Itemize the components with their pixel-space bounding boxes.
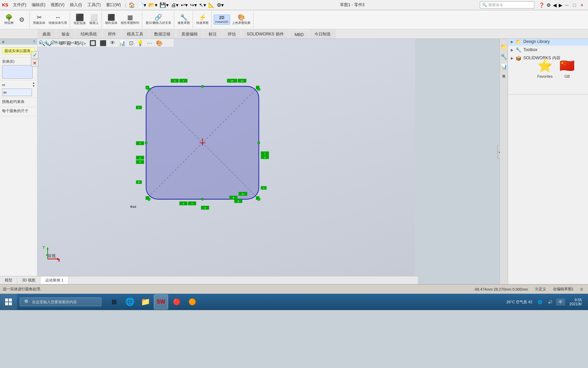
print-icon[interactable]: 🖨▾ xyxy=(170,2,180,8)
tab-model[interactable]: 模型 xyxy=(0,277,17,284)
tree-item-toolbox[interactable]: ▶ 🔧 Toolbox xyxy=(508,46,588,54)
search-box[interactable]: 🔍 搜索命令 xyxy=(480,1,534,9)
tab-3d-view[interactable]: 3D 视图 xyxy=(17,277,40,284)
sk-search-icon[interactable]: 🔍 xyxy=(37,40,46,47)
sketch-mini-toolbar: 🔍 🔎 ⊕ ⊞ ◁ ▷ 🔲 ⬛ 👁 📊 ⊡ 💡 ⋯ 🎨 xyxy=(37,39,412,47)
prev-icon[interactable]: ◀ xyxy=(552,2,558,8)
sk-light-icon[interactable]: 💡 xyxy=(136,40,145,47)
panel-help-icon[interactable]: ? xyxy=(33,40,35,44)
taskbar-search[interactable]: 🔍 在这里输入您要搜索的内容 xyxy=(20,297,101,306)
tab-surface[interactable]: 曲面 xyxy=(37,30,56,39)
tab-data-migration[interactable]: 数据迁移 xyxy=(149,30,176,39)
close-button[interactable]: × xyxy=(578,2,585,9)
offset-entity-btn[interactable]: ⬛等距实体 xyxy=(72,13,87,26)
repair-sketch-btn[interactable]: 🔧修复草图 xyxy=(176,14,191,26)
clabel-bot-11-text: 11 xyxy=(242,193,244,196)
language-button[interactable]: 中 xyxy=(556,298,565,306)
favorites-item[interactable]: ⭐ Favorites xyxy=(537,59,553,78)
help-icon[interactable]: ❓ xyxy=(538,2,545,8)
favorites-star-icon: ⭐ xyxy=(537,59,553,73)
settings2-icon[interactable]: ⚙ xyxy=(545,2,552,8)
tab-weld[interactable]: 焊件 xyxy=(103,30,121,39)
sk-fit-icon[interactable]: ⊞ xyxy=(66,40,72,47)
menu-window[interactable]: 窗口(W) xyxy=(103,1,124,9)
show-relation-btn[interactable]: 🔗显示/删除几何关系 xyxy=(144,14,173,26)
measure-icon[interactable]: 📐 xyxy=(207,2,216,8)
trim-entity-btn[interactable]: ✂剪裁实体 xyxy=(32,14,47,26)
tab-today-manufacturing[interactable]: 今日制造 xyxy=(309,30,336,39)
tab-motion-study[interactable]: 运动算例 1 xyxy=(40,277,68,284)
feature-tree-btn[interactable]: 🌳特征树 xyxy=(3,14,15,26)
check-confirm-btn[interactable]: ✓ xyxy=(31,51,38,59)
open-icon[interactable]: 📂▾ xyxy=(147,2,159,8)
tab-sheet-metal[interactable]: 钣金 xyxy=(56,30,75,39)
rp-side-chart[interactable]: 📊 xyxy=(500,62,508,71)
tab-mold[interactable]: 模具工具 xyxy=(122,30,148,39)
next-icon[interactable]: ▶ xyxy=(558,2,564,8)
rp-side-settings[interactable]: 🔧 xyxy=(500,52,508,61)
radius-input[interactable] xyxy=(2,89,32,96)
rp-side-list[interactable]: ≡ xyxy=(501,72,506,80)
tab-annotation[interactable]: 标注 xyxy=(203,30,222,39)
minimize-button[interactable]: ─ xyxy=(564,2,570,9)
sk-appearance-icon[interactable]: 🎨 xyxy=(155,40,164,47)
home-icon[interactable]: 🏠 xyxy=(128,2,136,8)
browser-icon[interactable]: 🌐 xyxy=(122,294,137,309)
clabel-r-1-text: 1 xyxy=(263,186,264,189)
tab-evaluate[interactable]: 评估 xyxy=(223,30,241,39)
convert-entity-btn[interactable]: ↔转换实体引用 xyxy=(47,14,68,26)
menu-edit[interactable]: 编辑(E) xyxy=(29,1,48,9)
gb-item[interactable]: 🇨🇳 GB xyxy=(559,59,575,78)
tree-icon-toolbox: 🔧 xyxy=(516,47,521,52)
sk-zoom2-icon[interactable]: ⊕ xyxy=(58,40,64,47)
sk-zoom-icon[interactable]: 🔎 xyxy=(48,40,56,47)
rp-side-folder[interactable]: 📁 xyxy=(500,43,508,51)
sk-next-icon[interactable]: ▷ xyxy=(81,40,87,47)
redo-icon[interactable]: ↪▾ xyxy=(189,2,198,8)
settings-icon[interactable]: ⚙▾ xyxy=(216,2,225,8)
sk-prev-icon[interactable]: ◁ xyxy=(74,40,80,47)
quick-sketch-btn[interactable]: ⚡快速草图 xyxy=(195,14,210,26)
taskview-btn[interactable]: ⊞ xyxy=(107,294,121,309)
close-cancel-btn[interactable]: ✕ xyxy=(31,59,38,67)
sk-grid-icon[interactable]: ⊡ xyxy=(128,40,134,47)
tab-mbd[interactable]: MBD xyxy=(290,31,309,39)
new-doc-icon[interactable]: 📄▾ xyxy=(136,2,147,8)
explorer-icon[interactable]: 📁 xyxy=(138,294,152,309)
linear-pattern-btn[interactable]: ▦线性草图阵列 xyxy=(119,14,141,26)
search-icon: 🔍 xyxy=(482,3,487,7)
menu-insert[interactable]: 插入(I) xyxy=(67,1,84,9)
acrobat-icon[interactable]: 🔴 xyxy=(169,294,184,309)
sk-more-icon[interactable]: ⋯ xyxy=(146,40,153,47)
maximize-button[interactable]: □ xyxy=(571,2,578,9)
other-icon[interactable]: 🟠 xyxy=(185,294,199,309)
mirror-entity-btn[interactable]: ⬛镜向实体 xyxy=(104,14,119,26)
entity-input-box[interactable] xyxy=(2,65,33,79)
canvas-viewport[interactable]: ⊥ 0 3 3 1 2 3 2 14 xyxy=(37,39,415,276)
tray-network-icon[interactable]: 🌐 xyxy=(536,299,544,305)
select-icon[interactable]: ↖▾ xyxy=(198,2,207,8)
tab-solidworks-plugins[interactable]: SOLIDWORKS 插件 xyxy=(242,30,289,39)
start-button[interactable] xyxy=(0,294,17,310)
tree-label-design: Design Library xyxy=(523,39,550,44)
menu-view[interactable]: 视图(V) xyxy=(48,1,67,9)
tray-volume-icon[interactable]: 🔊 xyxy=(546,299,555,305)
solidworks-icon[interactable]: SW xyxy=(154,294,168,309)
radius-section: m ▲▼ xyxy=(0,80,37,98)
dot-tl xyxy=(148,88,150,91)
tab-structure[interactable]: 结构系统 xyxy=(76,30,102,39)
menu-tools[interactable]: 工具(T) xyxy=(85,1,103,9)
undo-icon[interactable]: ↩▾ xyxy=(180,2,189,8)
menu-file[interactable]: 文件(F) xyxy=(10,1,29,9)
prop-manager-btn[interactable]: ⚙ xyxy=(16,16,28,24)
color-sketch-btn[interactable]: 🎨上色草图轮廓 xyxy=(231,14,252,26)
tab-direct-edit[interactable]: 直接编辑 xyxy=(176,30,203,39)
save-icon[interactable]: 💾▾ xyxy=(159,2,170,8)
sk-section-icon[interactable]: ⬛ xyxy=(99,40,108,47)
sk-display-icon[interactable]: 📊 xyxy=(118,40,127,47)
surface-btn[interactable]: ⬜曲面上 xyxy=(88,14,100,26)
instant2d-btn[interactable]: 2D Instant2D xyxy=(214,15,230,25)
sk-hide-icon[interactable]: 👁 xyxy=(109,40,116,46)
view-label: *前视 xyxy=(46,253,56,259)
sk-wire-icon[interactable]: 🔲 xyxy=(88,40,97,47)
